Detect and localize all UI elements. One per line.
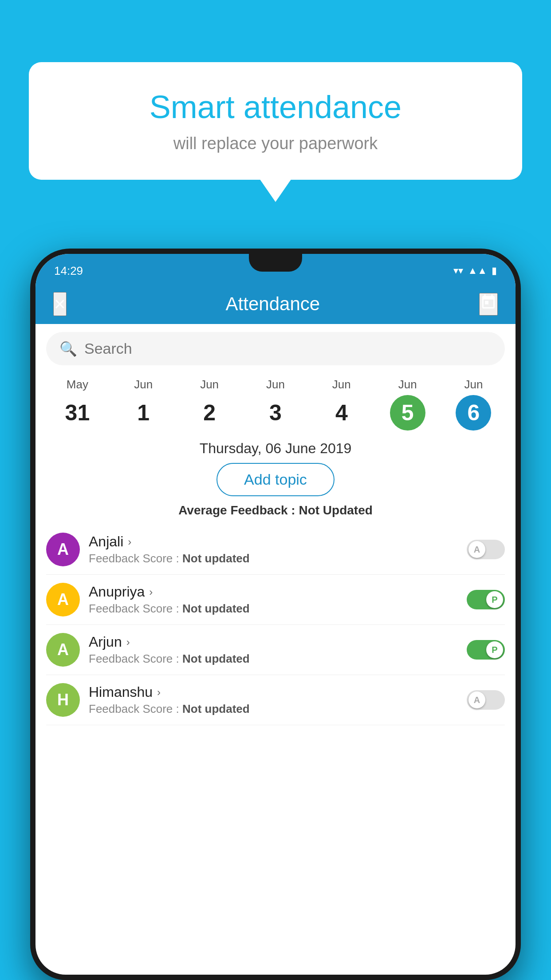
attendance-toggle[interactable]: P (467, 590, 505, 609)
search-icon: 🔍 (59, 340, 77, 357)
bubble-title: Smart attendance (60, 89, 491, 125)
battery-icon: ▮ (492, 265, 497, 277)
chevron-right-icon: › (149, 586, 153, 598)
feedback-score: Feedback Score : Not updated (89, 652, 458, 666)
speech-bubble: Smart attendance will replace your paper… (29, 62, 522, 180)
attendance-toggle[interactable]: A (467, 690, 505, 710)
search-input[interactable] (84, 340, 492, 357)
calendar-date[interactable]: 5 (390, 395, 425, 431)
app-bar-title: Attendance (226, 293, 320, 315)
toggle-container[interactable]: P (467, 590, 505, 609)
student-info: Arjun ›Feedback Score : Not updated (89, 634, 458, 666)
calendar-month-label: Jun (200, 378, 219, 391)
toggle-container[interactable]: A (467, 540, 505, 559)
phone-notch (249, 254, 302, 272)
app-bar: × Attendance (35, 284, 516, 324)
calendar-day[interactable]: Jun2 (192, 378, 227, 431)
toggle-container[interactable]: A (467, 690, 505, 710)
calendar-date[interactable]: 2 (192, 395, 227, 431)
feedback-score: Feedback Score : Not updated (89, 602, 458, 616)
feedback-score: Feedback Score : Not updated (89, 702, 458, 716)
avg-feedback-label: Average Feedback : (178, 503, 299, 517)
student-item[interactable]: HHimanshu ›Feedback Score : Not updatedA (46, 675, 505, 725)
calendar-month-label: Jun (332, 378, 351, 391)
avg-feedback-value: Not Updated (299, 503, 372, 517)
calendar-day[interactable]: Jun6 (456, 378, 491, 431)
student-info: Himanshu ›Feedback Score : Not updated (89, 684, 458, 716)
selected-date-heading: Thursday, 06 June 2019 (35, 431, 516, 463)
calendar-month-label: Jun (464, 378, 483, 391)
avatar: A (46, 633, 80, 667)
calendar-button[interactable] (479, 293, 498, 316)
student-item[interactable]: AAnjali ›Feedback Score : Not updatedA (46, 525, 505, 575)
student-item[interactable]: AAnupriya ›Feedback Score : Not updatedP (46, 575, 505, 625)
calendar-month-label: Jun (398, 378, 417, 391)
status-icons: ▾▾ ▲▲ ▮ (453, 265, 497, 277)
toggle-knob: P (486, 641, 503, 658)
student-item[interactable]: AArjun ›Feedback Score : Not updatedP (46, 625, 505, 675)
speech-bubble-container: Smart attendance will replace your paper… (29, 62, 522, 180)
average-feedback: Average Feedback : Not Updated (35, 503, 516, 518)
calendar-date[interactable]: 1 (126, 395, 161, 431)
student-list: AAnjali ›Feedback Score : Not updatedAAA… (35, 525, 516, 725)
avatar: H (46, 683, 80, 717)
student-name: Anupriya › (89, 584, 458, 600)
chevron-right-icon: › (126, 636, 130, 648)
avatar: A (46, 533, 80, 566)
status-time: 14:29 (54, 264, 83, 278)
wifi-icon: ▾▾ (453, 265, 463, 277)
toggle-knob: P (486, 591, 503, 608)
student-name: Himanshu › (89, 684, 458, 700)
calendar-day[interactable]: Jun4 (324, 378, 359, 431)
calendar-day[interactable]: Jun3 (258, 378, 293, 431)
calendar-date[interactable]: 6 (456, 395, 491, 431)
chevron-right-icon: › (128, 536, 131, 548)
calendar-day[interactable]: May31 (59, 378, 95, 431)
toggle-container[interactable]: P (467, 640, 505, 660)
bubble-subtitle: will replace your paperwork (60, 134, 491, 153)
calendar-day[interactable]: Jun1 (126, 378, 161, 431)
signal-icon: ▲▲ (468, 265, 487, 277)
calendar-date[interactable]: 4 (324, 395, 359, 431)
toggle-knob: A (468, 541, 485, 558)
attendance-toggle[interactable]: A (467, 540, 505, 559)
student-name: Arjun › (89, 634, 458, 650)
student-info: Anjali ›Feedback Score : Not updated (89, 533, 458, 565)
student-name: Anjali › (89, 533, 458, 550)
calendar-date[interactable]: 3 (258, 395, 293, 431)
student-info: Anupriya ›Feedback Score : Not updated (89, 584, 458, 616)
attendance-toggle[interactable]: P (467, 640, 505, 660)
feedback-score: Feedback Score : Not updated (89, 552, 458, 565)
add-topic-button[interactable]: Add topic (216, 463, 335, 496)
calendar-strip: May31Jun1Jun2Jun3Jun4Jun5Jun6 (35, 373, 516, 431)
phone-frame: 14:29 ▾▾ ▲▲ ▮ × Attendance 🔍 May31Jun1Ju… (30, 249, 521, 980)
phone-screen: 14:29 ▾▾ ▲▲ ▮ × Attendance 🔍 May31Jun1Ju… (35, 254, 516, 975)
calendar-month-label: May (67, 378, 88, 391)
chevron-right-icon: › (157, 686, 161, 699)
calendar-day[interactable]: Jun5 (390, 378, 425, 431)
close-button[interactable]: × (53, 292, 67, 316)
calendar-month-label: Jun (266, 378, 285, 391)
search-container: 🔍 (46, 332, 505, 365)
toggle-knob: A (468, 692, 485, 708)
avatar: A (46, 583, 80, 616)
calendar-month-label: Jun (134, 378, 153, 391)
calendar-date[interactable]: 31 (59, 395, 95, 431)
